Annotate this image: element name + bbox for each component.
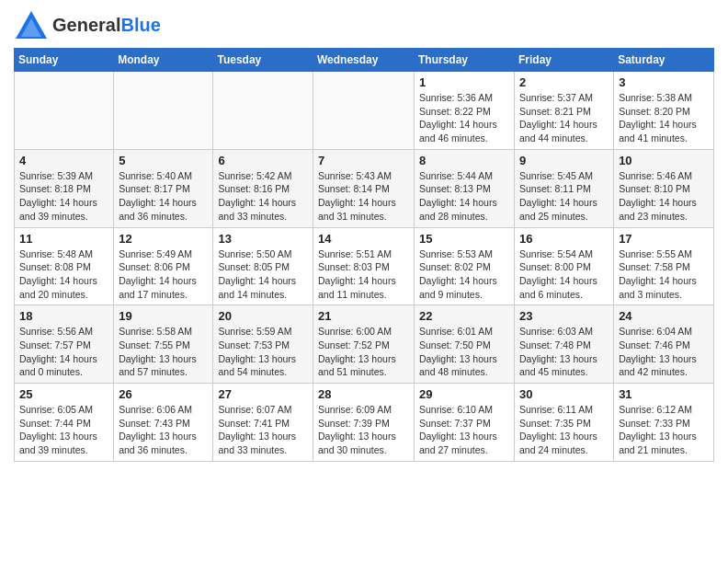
day-info: Sunrise: 6:07 AM Sunset: 7:41 PM Dayligh… bbox=[218, 403, 308, 457]
day-number: 3 bbox=[619, 75, 709, 89]
day-number: 15 bbox=[419, 232, 509, 246]
calendar-day: 19Sunrise: 5:58 AM Sunset: 7:55 PM Dayli… bbox=[114, 305, 213, 384]
header-row: SundayMondayTuesdayWednesdayThursdayFrid… bbox=[15, 49, 714, 72]
calendar-day: 26Sunrise: 6:06 AM Sunset: 7:43 PM Dayli… bbox=[114, 384, 213, 462]
header-day: Tuesday bbox=[213, 49, 313, 72]
calendar-day bbox=[15, 72, 114, 150]
day-info: Sunrise: 5:58 AM Sunset: 7:55 PM Dayligh… bbox=[119, 325, 208, 379]
day-info: Sunrise: 5:51 AM Sunset: 8:03 PM Dayligh… bbox=[318, 247, 409, 302]
calendar-day: 22Sunrise: 6:01 AM Sunset: 7:50 PM Dayli… bbox=[415, 305, 515, 384]
header-day: Monday bbox=[114, 49, 213, 72]
day-number: 30 bbox=[519, 387, 609, 401]
logo: GeneralBlue bbox=[14, 9, 161, 40]
day-number: 18 bbox=[19, 309, 108, 323]
day-info: Sunrise: 6:01 AM Sunset: 7:50 PM Dayligh… bbox=[419, 325, 509, 379]
day-info: Sunrise: 6:00 AM Sunset: 7:52 PM Dayligh… bbox=[318, 325, 409, 379]
calendar-table: SundayMondayTuesdayWednesdayThursdayFrid… bbox=[14, 48, 714, 462]
day-info: Sunrise: 5:44 AM Sunset: 8:13 PM Dayligh… bbox=[419, 169, 509, 224]
day-info: Sunrise: 5:45 AM Sunset: 8:11 PM Dayligh… bbox=[519, 169, 609, 224]
day-number: 31 bbox=[619, 387, 709, 401]
calendar-day: 8Sunrise: 5:44 AM Sunset: 8:13 PM Daylig… bbox=[415, 149, 515, 227]
calendar-day: 4Sunrise: 5:39 AM Sunset: 8:18 PM Daylig… bbox=[15, 149, 114, 227]
day-number: 4 bbox=[19, 154, 108, 167]
day-info: Sunrise: 6:04 AM Sunset: 7:46 PM Dayligh… bbox=[619, 325, 709, 379]
day-number: 14 bbox=[318, 232, 409, 246]
day-info: Sunrise: 5:42 AM Sunset: 8:16 PM Dayligh… bbox=[218, 169, 308, 224]
calendar-day: 5Sunrise: 5:40 AM Sunset: 8:17 PM Daylig… bbox=[114, 149, 213, 227]
day-info: Sunrise: 5:48 AM Sunset: 8:08 PM Dayligh… bbox=[19, 247, 108, 302]
day-info: Sunrise: 6:12 AM Sunset: 7:33 PM Dayligh… bbox=[619, 403, 709, 457]
day-number: 11 bbox=[19, 232, 108, 246]
day-info: Sunrise: 5:54 AM Sunset: 8:00 PM Dayligh… bbox=[519, 247, 609, 302]
day-number: 29 bbox=[419, 387, 509, 401]
day-number: 6 bbox=[218, 154, 308, 167]
day-info: Sunrise: 5:55 AM Sunset: 7:58 PM Dayligh… bbox=[619, 247, 709, 302]
day-number: 20 bbox=[218, 309, 308, 323]
day-info: Sunrise: 6:10 AM Sunset: 7:37 PM Dayligh… bbox=[419, 403, 509, 457]
day-info: Sunrise: 5:39 AM Sunset: 8:18 PM Dayligh… bbox=[19, 169, 108, 224]
calendar-day: 29Sunrise: 6:10 AM Sunset: 7:37 PM Dayli… bbox=[415, 384, 515, 462]
day-number: 23 bbox=[519, 309, 609, 323]
day-number: 16 bbox=[519, 232, 609, 246]
calendar-week: 18Sunrise: 5:56 AM Sunset: 7:57 PM Dayli… bbox=[15, 305, 714, 384]
calendar-day: 25Sunrise: 6:05 AM Sunset: 7:44 PM Dayli… bbox=[15, 384, 114, 462]
calendar-day: 14Sunrise: 5:51 AM Sunset: 8:03 PM Dayli… bbox=[313, 227, 415, 305]
day-number: 10 bbox=[619, 154, 709, 167]
calendar-day: 27Sunrise: 6:07 AM Sunset: 7:41 PM Dayli… bbox=[213, 384, 313, 462]
day-number: 22 bbox=[419, 309, 509, 323]
calendar-day: 24Sunrise: 6:04 AM Sunset: 7:46 PM Dayli… bbox=[614, 305, 714, 384]
calendar-day: 9Sunrise: 5:45 AM Sunset: 8:11 PM Daylig… bbox=[515, 149, 614, 227]
day-number: 25 bbox=[19, 387, 108, 401]
calendar-day bbox=[114, 72, 213, 150]
day-number: 12 bbox=[119, 232, 208, 246]
logo-general: General bbox=[52, 15, 120, 35]
header: GeneralBlue bbox=[14, 9, 714, 40]
day-number: 17 bbox=[619, 232, 709, 246]
day-number: 9 bbox=[519, 154, 609, 167]
day-info: Sunrise: 6:03 AM Sunset: 7:48 PM Dayligh… bbox=[519, 325, 609, 379]
day-info: Sunrise: 6:06 AM Sunset: 7:43 PM Dayligh… bbox=[119, 403, 208, 457]
calendar-day bbox=[213, 72, 313, 150]
logo-blue: Blue bbox=[120, 15, 160, 35]
calendar-day: 18Sunrise: 5:56 AM Sunset: 7:57 PM Dayli… bbox=[15, 305, 114, 384]
calendar-day: 11Sunrise: 5:48 AM Sunset: 8:08 PM Dayli… bbox=[15, 227, 114, 305]
calendar-day: 23Sunrise: 6:03 AM Sunset: 7:48 PM Dayli… bbox=[515, 305, 614, 384]
day-number: 5 bbox=[119, 154, 208, 167]
day-info: Sunrise: 5:49 AM Sunset: 8:06 PM Dayligh… bbox=[119, 247, 208, 302]
calendar-day: 1Sunrise: 5:36 AM Sunset: 8:22 PM Daylig… bbox=[415, 72, 515, 150]
calendar-day: 10Sunrise: 5:46 AM Sunset: 8:10 PM Dayli… bbox=[614, 149, 714, 227]
day-number: 2 bbox=[519, 75, 609, 89]
calendar-day: 16Sunrise: 5:54 AM Sunset: 8:00 PM Dayli… bbox=[515, 227, 614, 305]
calendar-day: 7Sunrise: 5:43 AM Sunset: 8:14 PM Daylig… bbox=[313, 149, 415, 227]
day-info: Sunrise: 5:53 AM Sunset: 8:02 PM Dayligh… bbox=[419, 247, 509, 302]
day-info: Sunrise: 5:56 AM Sunset: 7:57 PM Dayligh… bbox=[19, 325, 108, 379]
logo-icon bbox=[14, 9, 49, 40]
calendar-day: 31Sunrise: 6:12 AM Sunset: 7:33 PM Dayli… bbox=[614, 384, 714, 462]
day-number: 26 bbox=[119, 387, 208, 401]
calendar-day: 15Sunrise: 5:53 AM Sunset: 8:02 PM Dayli… bbox=[415, 227, 515, 305]
day-number: 7 bbox=[318, 154, 409, 167]
calendar-day: 2Sunrise: 5:37 AM Sunset: 8:21 PM Daylig… bbox=[515, 72, 614, 150]
calendar-header: SundayMondayTuesdayWednesdayThursdayFrid… bbox=[15, 49, 714, 72]
calendar-day: 30Sunrise: 6:11 AM Sunset: 7:35 PM Dayli… bbox=[515, 384, 614, 462]
day-number: 13 bbox=[218, 232, 308, 246]
day-number: 21 bbox=[318, 309, 409, 323]
day-info: Sunrise: 5:40 AM Sunset: 8:17 PM Dayligh… bbox=[119, 169, 208, 224]
calendar-day: 21Sunrise: 6:00 AM Sunset: 7:52 PM Dayli… bbox=[313, 305, 415, 384]
calendar-day: 20Sunrise: 5:59 AM Sunset: 7:53 PM Dayli… bbox=[213, 305, 313, 384]
calendar-day: 3Sunrise: 5:38 AM Sunset: 8:20 PM Daylig… bbox=[614, 72, 714, 150]
day-info: Sunrise: 6:05 AM Sunset: 7:44 PM Dayligh… bbox=[19, 403, 108, 457]
day-info: Sunrise: 5:38 AM Sunset: 8:20 PM Dayligh… bbox=[619, 91, 709, 145]
calendar-day: 6Sunrise: 5:42 AM Sunset: 8:16 PM Daylig… bbox=[213, 149, 313, 227]
day-info: Sunrise: 5:36 AM Sunset: 8:22 PM Dayligh… bbox=[419, 91, 509, 145]
calendar-week: 25Sunrise: 6:05 AM Sunset: 7:44 PM Dayli… bbox=[15, 384, 714, 462]
calendar-week: 1Sunrise: 5:36 AM Sunset: 8:22 PM Daylig… bbox=[15, 72, 714, 150]
header-day: Thursday bbox=[415, 49, 515, 72]
day-number: 28 bbox=[318, 387, 409, 401]
day-info: Sunrise: 5:37 AM Sunset: 8:21 PM Dayligh… bbox=[519, 91, 609, 145]
calendar-week: 4Sunrise: 5:39 AM Sunset: 8:18 PM Daylig… bbox=[15, 149, 714, 227]
day-info: Sunrise: 5:50 AM Sunset: 8:05 PM Dayligh… bbox=[218, 247, 308, 302]
calendar-day: 13Sunrise: 5:50 AM Sunset: 8:05 PM Dayli… bbox=[213, 227, 313, 305]
header-day: Friday bbox=[515, 49, 614, 72]
calendar-day bbox=[313, 72, 415, 150]
